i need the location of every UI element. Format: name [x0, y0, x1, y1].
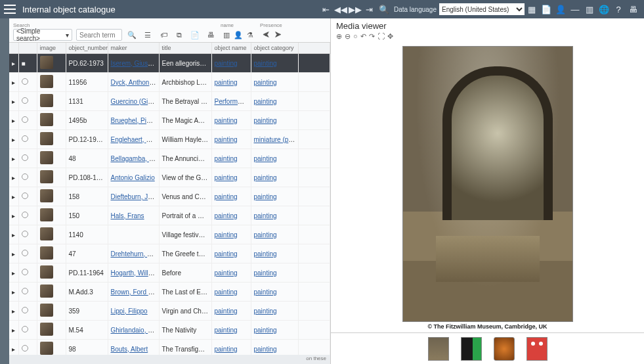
select-cell[interactable]	[18, 92, 37, 111]
cols-icon[interactable]: ▥	[221, 29, 232, 41]
rotate-left-icon[interactable]: ↶	[360, 32, 366, 41]
category-cell[interactable]: painting	[251, 302, 298, 321]
zoom-out-icon[interactable]: ⊖	[345, 32, 351, 41]
expand-icon[interactable]: ✥	[387, 32, 393, 41]
table-row[interactable]: ▸47Drehtehurn, LucasThe Greefe that a…pa…	[9, 244, 330, 263]
thumb-cell[interactable]	[37, 168, 66, 187]
col-tail[interactable]	[298, 43, 330, 54]
table-row[interactable]: ▸98Bouts, AlbertThe Transfigurationpaint…	[9, 340, 330, 355]
maker-cell[interactable]: Brown, Ford Madox	[108, 283, 159, 302]
maker-cell[interactable]: Ghirlandaio, Dome…	[108, 321, 159, 340]
search-mode-select[interactable]: <Simple search> ▾	[13, 29, 72, 41]
thumb-cell[interactable]	[37, 263, 66, 283]
select-cell[interactable]	[18, 206, 37, 225]
expand-cell[interactable]: ▸	[9, 149, 18, 168]
col-thumb[interactable]: image	[37, 43, 66, 54]
category-cell[interactable]: painting	[251, 244, 298, 263]
col-title[interactable]: title	[159, 43, 211, 54]
select-cell[interactable]	[18, 168, 37, 187]
table-row[interactable]: ▸M.Add.3Brown, Ford MadoxThe Last of Eng…	[9, 283, 330, 302]
category-cell[interactable]: painting	[251, 149, 298, 168]
expand-cell[interactable]: ▸	[9, 225, 18, 244]
media-image[interactable]	[402, 46, 573, 322]
maker-cell[interactable]: Englehaert, George	[108, 130, 159, 149]
thumb-cell[interactable]	[37, 321, 66, 340]
name-cell[interactable]: painting	[211, 206, 251, 225]
thumb-cell[interactable]	[37, 340, 66, 355]
minimize-icon[interactable]: —	[568, 2, 582, 16]
nav-fwd-icon[interactable]: ⮞	[272, 29, 284, 41]
maker-cell[interactable]	[108, 225, 159, 244]
columns-icon[interactable]: ▥	[582, 2, 597, 16]
table-row[interactable]: ▸1495bBrueghel, Pieter, IThe Magic Apple…	[9, 111, 330, 130]
expand-cell[interactable]: ▸	[9, 283, 18, 302]
select-cell[interactable]: ■	[18, 54, 37, 73]
expand-cell[interactable]: ▸	[9, 321, 18, 340]
select-cell[interactable]	[18, 244, 37, 263]
nav-back-icon[interactable]: ⮜	[260, 29, 272, 41]
table-row[interactable]: ▸PD.108-1992Antonio GalizioView of the G…	[9, 168, 330, 187]
category-cell[interactable]: painting	[251, 283, 298, 302]
name-cell[interactable]: painting	[211, 263, 251, 283]
col-maker[interactable]: maker	[108, 43, 159, 54]
maker-cell[interactable]: Antonio Galizio	[108, 168, 159, 187]
maker-cell[interactable]: Guercino (Giovanni…	[108, 92, 159, 111]
search-icon[interactable]: 🔍	[377, 2, 391, 16]
select-cell[interactable]	[18, 321, 37, 340]
name-cell[interactable]: painting	[211, 340, 251, 355]
name-cell[interactable]: painting	[211, 130, 251, 149]
name-cell[interactable]: painting	[211, 111, 251, 130]
next-icon[interactable]: ▶▶	[348, 2, 362, 16]
expand-cell[interactable]: ▸	[9, 54, 18, 73]
expand-cell[interactable]: ▸	[9, 244, 18, 263]
col-select[interactable]	[18, 43, 37, 54]
select-cell[interactable]	[18, 187, 37, 206]
thumb-cell[interactable]	[37, 283, 66, 302]
select-cell[interactable]	[18, 225, 37, 244]
category-cell[interactable]: painting	[251, 187, 298, 206]
category-cell[interactable]: painting	[251, 54, 298, 73]
last-icon[interactable]: ⇥	[362, 2, 377, 16]
thumb-cell[interactable]	[37, 225, 66, 244]
col-name[interactable]: object name	[211, 43, 251, 54]
category-cell[interactable]: painting	[251, 73, 298, 92]
thumb-cell[interactable]	[37, 244, 66, 263]
thumb-cell[interactable]	[37, 54, 66, 73]
maker-cell[interactable]: Dyck, Anthonie van	[108, 73, 159, 92]
name-cell[interactable]: painting	[211, 73, 251, 92]
table-row[interactable]: ▸48Bellagamba, JeanThe Annunciationpaint…	[9, 149, 330, 168]
thumb-cell[interactable]	[37, 149, 66, 168]
thumb-cell[interactable]	[37, 302, 66, 321]
thumb-cell[interactable]	[37, 73, 66, 92]
category-cell[interactable]: miniature (painti…	[251, 130, 298, 149]
left-rail[interactable]	[0, 18, 9, 364]
name-cell[interactable]: painting	[211, 54, 251, 73]
select-cell[interactable]	[18, 302, 37, 321]
doc2-icon[interactable]: 📄	[189, 29, 201, 41]
expand-cell[interactable]: ▸	[9, 73, 18, 92]
expand-cell[interactable]: ▸	[9, 168, 18, 187]
category-cell[interactable]: painting	[251, 206, 298, 225]
thumb-2[interactable]	[461, 337, 482, 361]
thumb-cell[interactable]	[37, 92, 66, 111]
select-cell[interactable]	[18, 111, 37, 130]
table-row[interactable]: ▸11956Dyck, Anthonie vanArchbishop Laudp…	[9, 73, 330, 92]
expand-cell[interactable]: ▸	[9, 92, 18, 111]
name-cell[interactable]: painting	[211, 302, 251, 321]
rotate-right-icon[interactable]: ↷	[369, 32, 375, 41]
select-cell[interactable]	[18, 263, 37, 283]
name-cell[interactable]: painting	[211, 149, 251, 168]
tag-icon[interactable]: 🏷	[158, 29, 169, 41]
name-cell[interactable]: painting	[211, 321, 251, 340]
category-cell[interactable]: painting	[251, 340, 298, 355]
table-row[interactable]: ▸158Diefteburn, JoanneVenus and Cupidpai…	[9, 187, 330, 206]
name-cell[interactable]: painting	[211, 283, 251, 302]
col-category[interactable]: object category	[251, 43, 298, 54]
search-go-icon[interactable]: 🔍	[126, 29, 138, 41]
user-icon[interactable]: 👤	[553, 2, 568, 16]
print-icon[interactable]: 🖶	[626, 2, 640, 16]
table-row[interactable]: ▸1131Guercino (Giovanni…The Betrayal of …	[9, 92, 330, 111]
name-cell[interactable]: painting	[211, 225, 251, 244]
select-cell[interactable]	[18, 73, 37, 92]
expand-cell[interactable]: ▸	[9, 302, 18, 321]
